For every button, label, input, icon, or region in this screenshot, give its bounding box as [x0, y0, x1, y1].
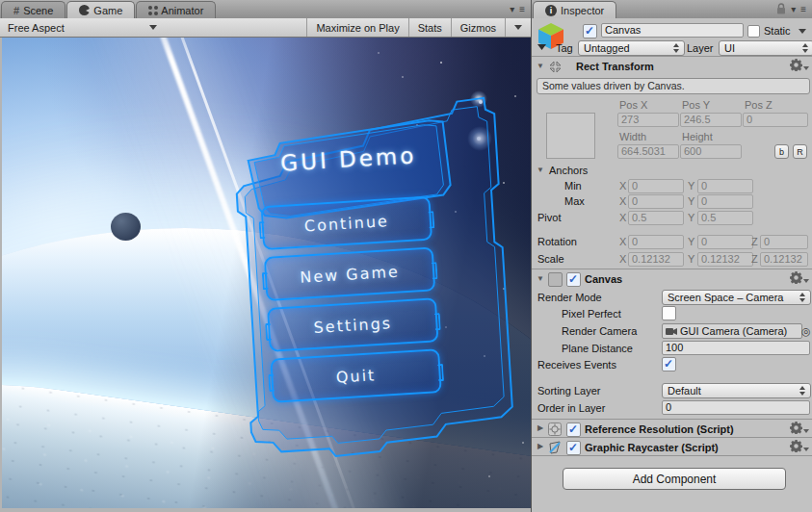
lock-icon[interactable] — [776, 3, 786, 15]
updown-icon — [802, 43, 809, 53]
updown-icon — [799, 293, 806, 302]
axis-x-label: X — [619, 180, 626, 192]
unity-editor-window: # Scene Game Animator ▾ ≡ Free Aspect Ma… — [0, 0, 812, 512]
height-label: Height — [682, 131, 713, 142]
camera-icon — [666, 326, 677, 336]
updown-icon — [799, 386, 806, 396]
max-x-field: 0 — [628, 194, 684, 209]
toolbar-right-group: Maximize on Play Stats Gizmos — [306, 18, 531, 37]
scene-grid-icon: # — [13, 5, 19, 16]
min-y-field: 0 — [697, 179, 753, 193]
context-menu-icon[interactable]: ▾ ≡ — [791, 4, 807, 14]
reference-resolution-enabled-checkbox[interactable] — [566, 422, 581, 437]
layer-label: Layer — [687, 42, 714, 54]
plane-distance-field[interactable]: 100 — [662, 341, 810, 355]
rotation-z-field: 0 — [760, 235, 808, 249]
graphic-raycaster-gear-icon[interactable] — [790, 440, 809, 452]
gizmos-button[interactable]: Gizmos — [451, 18, 505, 37]
pane-menu-icon[interactable]: ▾ ≡ — [510, 4, 531, 14]
anchors-min-label: Min — [564, 180, 582, 192]
static-label: Static — [764, 25, 791, 37]
static-dropdown-icon[interactable] — [799, 29, 806, 34]
pos-y-label: Pos Y — [682, 99, 710, 111]
aspect-dropdown-label: Free Aspect — [8, 22, 65, 34]
axis-x-label: X — [619, 253, 626, 265]
anchor-preview[interactable] — [546, 113, 595, 159]
graphic-raycaster-foldout[interactable]: ▶ — [537, 442, 543, 450]
order-in-layer-label: Order in Layer — [537, 402, 605, 414]
tab-inspector[interactable]: Inspector — [533, 1, 616, 18]
stats-button[interactable]: Stats — [408, 18, 451, 37]
plane-distance-label: Plane Distance — [562, 343, 633, 354]
inspector-panel: Inspector ▾ ≡ Canvas Static Tag Untagged… — [531, 0, 812, 512]
blueprint-mode-button[interactable]: b — [774, 144, 789, 159]
add-component-button[interactable]: Add Component — [563, 468, 786, 490]
aspect-dropdown[interactable]: Free Aspect — [0, 18, 165, 37]
scale-y-field: 0.12132 — [697, 252, 753, 267]
pos-z-label: Pos Z — [745, 99, 773, 111]
axis-y-label: Y — [688, 212, 694, 223]
canvas-enabled-checkbox[interactable] — [566, 272, 581, 287]
canvas-gear-icon[interactable] — [790, 271, 809, 284]
tab-scene[interactable]: # Scene — [1, 1, 65, 18]
rect-transform-gear-icon[interactable] — [790, 59, 809, 71]
tab-scene-label: Scene — [23, 5, 53, 16]
max-y-field: 0 — [697, 194, 753, 209]
tab-inspector-label: Inspector — [561, 5, 604, 16]
gizmos-dropdown-arrow[interactable] — [505, 18, 531, 37]
rect-transform-foldout[interactable]: ▼ — [537, 62, 544, 70]
sorting-layer-label: Sorting Layer — [537, 385, 600, 397]
anchors-foldout[interactable]: ▼ — [537, 166, 544, 174]
receives-events-checkbox[interactable] — [662, 357, 676, 371]
animator-dots-icon — [148, 6, 152, 10]
axis-z-label: Z — [751, 236, 758, 247]
view-tabbar: # Scene Game Animator ▾ ≡ — [0, 0, 531, 18]
rotation-label: Rotation — [537, 236, 577, 247]
anchors-label: Anchors — [549, 165, 588, 176]
gameobject-name-field[interactable]: Canvas — [601, 23, 744, 38]
anchors-max-label: Max — [564, 195, 585, 207]
game-toolbar: Free Aspect Maximize on Play Stats Gizmo… — [0, 18, 531, 38]
inspector-menu-group: ▾ ≡ — [776, 3, 812, 15]
axis-y-label: Y — [688, 253, 694, 265]
render-camera-object-field[interactable]: GUI Camera (Camera) — [662, 323, 802, 339]
pos-x-label: Pos X — [619, 99, 647, 111]
layer-dropdown[interactable]: UI — [719, 40, 812, 56]
reference-resolution-gear-icon[interactable] — [790, 422, 809, 434]
pixel-perfect-checkbox[interactable] — [662, 306, 676, 320]
render-mode-dropdown[interactable]: Screen Space – Camera — [662, 290, 811, 305]
width-field: 664.5031 — [617, 144, 679, 159]
rect-transform-title: Rect Transform — [576, 61, 654, 72]
canvas-component-title: Canvas — [585, 273, 622, 285]
chevron-down-icon — [149, 25, 157, 30]
reference-resolution-foldout[interactable]: ▶ — [537, 423, 543, 432]
chevron-down-icon — [514, 25, 522, 30]
pos-y-field: 246.5 — [680, 113, 742, 127]
order-in-layer-field[interactable]: 0 — [662, 400, 810, 415]
tab-animator[interactable]: Animator — [136, 1, 216, 18]
rect-transform-icon — [548, 60, 563, 74]
axis-y-label: Y — [688, 180, 694, 192]
raw-edit-mode-button[interactable]: R — [793, 144, 807, 159]
divider — [532, 437, 812, 438]
game-joystick-icon — [79, 5, 90, 15]
divider — [532, 455, 812, 456]
inspector-tabbar: Inspector ▾ ≡ — [532, 0, 812, 18]
maximize-on-play-button[interactable]: Maximize on Play — [306, 18, 407, 37]
tab-game[interactable]: Game — [66, 1, 135, 18]
sorting-layer-dropdown[interactable]: Default — [662, 383, 811, 398]
pixel-perfect-label: Pixel Perfect — [562, 308, 621, 320]
gameobject-active-checkbox[interactable] — [583, 24, 597, 38]
graphic-raycaster-enabled-checkbox[interactable] — [566, 441, 581, 455]
object-picker-icon[interactable]: ◎ — [801, 326, 811, 336]
static-checkbox[interactable] — [747, 25, 760, 38]
axis-x-label: X — [619, 236, 626, 247]
tag-dropdown[interactable]: Untagged — [578, 40, 685, 56]
driven-values-helpbox: Some values driven by Canvas. — [537, 78, 810, 94]
canvas-foldout[interactable]: ▼ — [537, 274, 544, 283]
reference-resolution-title: Reference Resolution (Script) — [585, 423, 734, 435]
rotation-x-field: 0 — [628, 235, 684, 249]
pivot-label: Pivot — [537, 212, 561, 223]
divider — [532, 419, 812, 420]
axis-y-label: Y — [688, 236, 694, 247]
